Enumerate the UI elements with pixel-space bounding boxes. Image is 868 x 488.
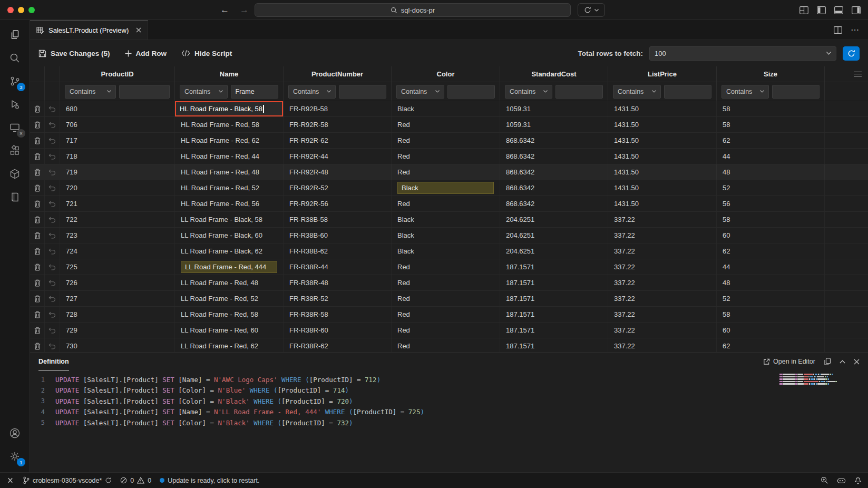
cell-color[interactable]: Red (392, 323, 500, 338)
cell-productnumber[interactable]: FR-R92R-58 (284, 117, 392, 132)
cell-color[interactable]: Black (392, 101, 500, 116)
filter-operator-name[interactable]: Contains (180, 85, 228, 99)
hide-script-button[interactable]: Hide Script (181, 50, 232, 57)
cell-listprice[interactable]: 1431.50 (608, 180, 717, 196)
filter-input-productnumber[interactable] (339, 85, 386, 99)
cell-color[interactable]: Black (392, 228, 500, 243)
cell-name[interactable]: HL Road Frame - Red, 58 (175, 117, 284, 132)
undo-row-button[interactable] (45, 101, 60, 116)
definition-code[interactable]: 1UPDATE [SalesLT].[Product] SET [Name] =… (30, 370, 868, 472)
remote-window-indicator[interactable] (6, 477, 14, 484)
cell-name[interactable]: HL Road Frame - Red, 52 (175, 180, 284, 196)
cell-listprice[interactable]: 337.22 (608, 291, 717, 306)
delete-row-button[interactable] (30, 196, 45, 211)
cell-productnumber[interactable]: FR-R38R-48 (284, 275, 392, 290)
cell-size[interactable]: 62 (717, 243, 825, 259)
cell-standardcost[interactable]: 187.1571 (500, 259, 608, 275)
cell-productnumber[interactable]: FR-R92B-58 (284, 101, 392, 116)
delete-row-button[interactable] (30, 338, 45, 352)
open-in-editor-button[interactable]: Open in Editor (763, 358, 815, 365)
cell-listprice[interactable]: 337.22 (608, 212, 717, 227)
cell-productnumber[interactable]: FR-R38B-60 (284, 228, 392, 243)
cell-productnumber[interactable]: FR-R38B-62 (284, 243, 392, 259)
cell-productnumber[interactable]: FR-R92R-62 (284, 133, 392, 148)
cell-productid[interactable]: 728 (60, 307, 175, 322)
delete-row-button[interactable] (30, 243, 45, 259)
cell-color[interactable]: Red (392, 164, 500, 180)
undo-row-button[interactable] (45, 117, 60, 132)
copy-icon[interactable] (824, 358, 831, 365)
cell-listprice[interactable]: 337.22 (608, 307, 717, 322)
zoom-indicator-icon[interactable] (821, 476, 828, 484)
cell-productid[interactable]: 706 (60, 117, 175, 132)
column-header-listprice[interactable]: ListPrice (608, 66, 717, 82)
cell-size[interactable]: 62 (717, 133, 825, 148)
undo-row-button[interactable] (45, 149, 60, 164)
tab-definition[interactable]: Definition (38, 353, 69, 370)
cell-name[interactable]: LL Road Frame - Red, 62 (175, 338, 284, 352)
filter-operator-listprice[interactable]: Contains (613, 85, 661, 99)
filter-input-size[interactable] (772, 85, 820, 99)
cell-color[interactable]: Red (392, 196, 500, 211)
remote-explorer-icon[interactable]: × (3, 116, 27, 139)
cell-listprice[interactable]: 337.22 (608, 275, 717, 290)
settings-gear-icon[interactable]: 1 (3, 445, 27, 468)
delete-row-button[interactable] (30, 149, 45, 164)
cell-standardcost[interactable]: 868.6342 (500, 180, 608, 196)
cell-productid[interactable]: 726 (60, 275, 175, 290)
accounts-icon[interactable] (3, 422, 27, 445)
cell-standardcost[interactable]: 204.6251 (500, 228, 608, 243)
toggle-secondary-sidebar-icon[interactable] (852, 6, 861, 14)
cell-productnumber[interactable]: FR-R92R-48 (284, 164, 392, 180)
extensions-icon[interactable] (3, 139, 27, 162)
cell-listprice[interactable]: 337.22 (608, 338, 717, 352)
command-center-search[interactable]: sql-docs-pr (255, 3, 571, 17)
filter-input-listprice[interactable] (664, 85, 712, 99)
sync-dropdown-button[interactable] (578, 3, 605, 17)
cell-standardcost[interactable]: 187.1571 (500, 275, 608, 290)
cell-listprice[interactable]: 1431.50 (608, 149, 717, 164)
cell-color[interactable]: Black (392, 180, 500, 196)
cell-standardcost[interactable]: 204.6251 (500, 243, 608, 259)
tab-salesltproduct[interactable]: SalesLT.Product (Preview) (30, 20, 148, 40)
column-header-name[interactable]: Name (175, 66, 284, 82)
cell-size[interactable]: 58 (717, 101, 825, 116)
cell-productid[interactable]: 730 (60, 338, 175, 352)
cell-name[interactable]: LL Road Frame - Red, 48 (175, 275, 284, 290)
delete-row-button[interactable] (30, 323, 45, 338)
cell-size[interactable]: 52 (717, 180, 825, 196)
cell-standardcost[interactable]: 868.6342 (500, 196, 608, 211)
cell-productid[interactable]: 717 (60, 133, 175, 148)
undo-row-button[interactable] (45, 291, 60, 306)
delete-row-button[interactable] (30, 275, 45, 290)
cell-listprice[interactable]: 337.22 (608, 323, 717, 338)
column-header-productid[interactable]: ProductID (60, 66, 175, 82)
undo-row-button[interactable] (45, 164, 60, 180)
cell-productnumber[interactable]: FR-R92R-44 (284, 149, 392, 164)
delete-row-button[interactable] (30, 164, 45, 180)
filter-input-color[interactable] (447, 85, 495, 99)
column-header-standardcost[interactable]: StandardCost (500, 66, 608, 82)
database-projects-icon[interactable] (3, 162, 27, 186)
cell-standardcost[interactable]: 187.1571 (500, 307, 608, 322)
undo-row-button[interactable] (45, 259, 60, 275)
cell-name[interactable]: LL Road Frame - Red, 60 (175, 323, 284, 338)
delete-row-button[interactable] (30, 291, 45, 306)
cell-productid[interactable]: 722 (60, 212, 175, 227)
cell-productnumber[interactable]: FR-R38R-52 (284, 291, 392, 306)
delete-row-button[interactable] (30, 307, 45, 322)
more-actions-icon[interactable]: ⋯ (851, 25, 860, 35)
cell-standardcost[interactable]: 187.1571 (500, 323, 608, 338)
cell-color[interactable]: Red (392, 291, 500, 306)
undo-row-button[interactable] (45, 338, 60, 352)
cell-productid[interactable]: 721 (60, 196, 175, 211)
filter-operator-standardcost[interactable]: Contains (505, 85, 552, 99)
cell-standardcost[interactable]: 868.6342 (500, 149, 608, 164)
refresh-rows-button[interactable] (843, 46, 860, 61)
delete-row-button[interactable] (30, 101, 45, 116)
column-header-size[interactable]: Size (717, 66, 825, 82)
cell-name[interactable]: HL Road Frame - Red, 62 (175, 133, 284, 148)
cell-productnumber[interactable]: FR-R38R-44 (284, 259, 392, 275)
source-control-icon[interactable]: 3 (3, 70, 27, 93)
cell-color[interactable]: Red (392, 133, 500, 148)
